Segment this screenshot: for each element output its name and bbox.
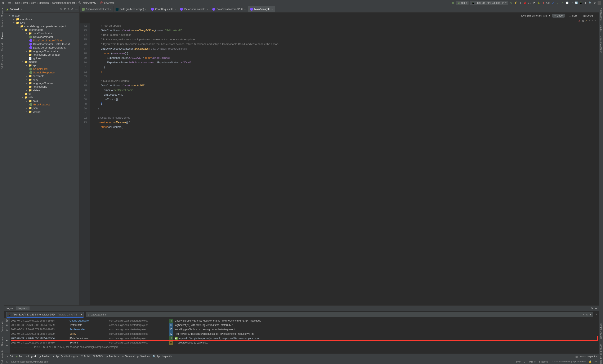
gear-icon[interactable]: ⚙ bbox=[591, 307, 593, 310]
expand-icon[interactable]: ⇵ bbox=[64, 8, 66, 11]
tree-datacoord[interactable]: dataCoordinator bbox=[33, 32, 52, 35]
tab-run[interactable]: ▶Run bbox=[16, 355, 23, 358]
rail-project[interactable]: Project bbox=[1, 32, 3, 39]
rail-notifications[interactable]: Notifications bbox=[600, 8, 602, 21]
attach-icon[interactable]: 🐛 bbox=[537, 1, 540, 5]
tree-coordinators[interactable]: coordinators bbox=[28, 28, 44, 31]
rollback-icon[interactable]: ↩ bbox=[570, 1, 573, 5]
breadcrumb[interactable]: src bbox=[8, 1, 11, 4]
line-separator[interactable]: LF bbox=[523, 360, 526, 363]
design-mode-button[interactable]: ▦Design bbox=[581, 14, 596, 18]
tree-java[interactable]: java bbox=[20, 21, 25, 24]
tab-layout-inspector[interactable]: ▦Layout Inspector bbox=[575, 355, 597, 358]
add-tab-icon[interactable]: + bbox=[31, 307, 33, 310]
bug-icon[interactable]: 🐞 bbox=[523, 1, 527, 5]
avd-icon[interactable]: 📱 bbox=[579, 1, 582, 5]
tree-api[interactable]: api bbox=[33, 64, 36, 67]
tab-build[interactable]: ⚒Build bbox=[81, 355, 90, 358]
restart-icon[interactable]: ↻ bbox=[6, 329, 8, 332]
tree-states[interactable]: states bbox=[33, 89, 40, 92]
tab-menu-icon[interactable]: ⋮ bbox=[593, 6, 599, 12]
close-icon[interactable]: × bbox=[145, 8, 147, 11]
tree-models[interactable]: models bbox=[28, 60, 37, 63]
editor-tab[interactable]: build.gradle.kts (:app)× bbox=[114, 6, 149, 12]
tab-aqi[interactable]: ✦App Quality Insights bbox=[53, 355, 78, 358]
rail-device-file-explorer[interactable]: Device File Explorer bbox=[600, 343, 602, 364]
rail-structure[interactable]: Structure bbox=[1, 336, 3, 346]
profile-icon[interactable]: ◔ bbox=[533, 1, 536, 5]
tab-app-inspection[interactable]: 🔍App Inspection bbox=[153, 355, 173, 358]
tree-pkg[interactable]: com.delasign.samplestarterproject bbox=[24, 25, 66, 28]
tree-gitkeep[interactable]: .gitkeep bbox=[33, 57, 42, 60]
memory-icon[interactable]: ▭ bbox=[595, 360, 597, 363]
rail-pull-requests[interactable]: Pull Requests bbox=[1, 55, 3, 69]
rail-gradle[interactable]: Gradle bbox=[600, 25, 602, 32]
code-editor[interactable]: 7273747576777879808182838485868788899091… bbox=[80, 23, 599, 305]
close-icon[interactable]: × bbox=[271, 8, 273, 11]
git-pull-icon[interactable]: ↙ bbox=[552, 1, 555, 5]
clear-icon[interactable]: × bbox=[583, 313, 584, 316]
search-icon[interactable]: 🔍 bbox=[588, 1, 592, 5]
rail-bookmarks[interactable]: Bookmarks bbox=[1, 321, 3, 332]
chevron-down-icon[interactable]: ˅ bbox=[595, 20, 596, 22]
history-icon[interactable]: ▾ bbox=[590, 313, 591, 316]
tab-profiler[interactable]: ◔Profiler bbox=[39, 355, 50, 358]
breadcrumb[interactable]: delasign bbox=[39, 1, 49, 4]
tree-ui[interactable]: ui bbox=[28, 92, 31, 95]
dropdown-icon[interactable]: ▾ bbox=[21, 8, 22, 11]
editor-tab[interactable]: MainActivity.kt× bbox=[248, 6, 275, 12]
code-mode-button[interactable]: ≡Code bbox=[552, 14, 565, 18]
indent-setting[interactable]: 4 spaces bbox=[538, 360, 548, 363]
tree-notifcoord[interactable]: notificationCoordinator bbox=[33, 53, 60, 56]
close-icon[interactable]: × bbox=[26, 307, 27, 310]
editor-tab[interactable]: AndroidManifest.xml× bbox=[80, 6, 114, 12]
log-line[interactable]: 2023-07-03 12:26:02.650 28564-28564[Data… bbox=[11, 336, 598, 341]
log-line[interactable]: 2023-07-03 12:25:57.920 28564-28584OpenG… bbox=[11, 319, 598, 323]
live-edit-toggle[interactable]: Live Edit of literals: ON bbox=[521, 14, 547, 17]
clear-icon[interactable]: 🗑 bbox=[6, 319, 8, 322]
warning-count-icon[interactable]: ✓ bbox=[585, 20, 587, 22]
gear-icon[interactable]: ⚙ bbox=[71, 8, 73, 11]
log-line[interactable]: 2023-07-03 12:26:02.071 28564-28633Profi… bbox=[11, 327, 598, 332]
logcat-filter-input[interactable]: ⌕ package:mine × ☆ ▾ bbox=[86, 312, 593, 317]
tree-constants[interactable]: constants bbox=[33, 75, 44, 77]
close-icon[interactable]: × bbox=[244, 8, 246, 11]
logcat-tab[interactable]: Logcat × bbox=[16, 307, 30, 310]
rail-resource-manager[interactable]: Resource Manager bbox=[1, 8, 3, 28]
tree-manifests[interactable]: manifests bbox=[20, 18, 32, 21]
pause-icon[interactable]: ⏸ bbox=[6, 324, 8, 327]
star-icon[interactable]: ☆ bbox=[586, 313, 588, 316]
tree-dcup[interactable]: DataCoordinator+Update.kt bbox=[33, 46, 66, 49]
breadcrumb[interactable]: onCreate bbox=[104, 1, 115, 4]
file-encoding[interactable]: UTF-8 bbox=[529, 360, 536, 363]
sync-icon[interactable]: 🔄 bbox=[575, 1, 578, 5]
tree-system[interactable]: system bbox=[33, 110, 41, 113]
tree-json[interactable]: json bbox=[33, 107, 38, 110]
collapse-icon[interactable]: ⇅ bbox=[67, 8, 70, 11]
git-branch[interactable]: ⎇ tutorial/data/setup-api-requests bbox=[551, 360, 586, 363]
device-selector[interactable]: 📱Pixel_3a_API_33_x86_64▾ bbox=[470, 1, 508, 5]
tree-sampleresp[interactable]: SampleResponse bbox=[33, 71, 55, 74]
tab-problems[interactable]: ⊘Problems bbox=[106, 355, 119, 358]
run-icon[interactable]: ↻ bbox=[510, 1, 513, 5]
tree-dcapi[interactable]: DataCoordinator+API.kt bbox=[33, 39, 62, 42]
apply-changes-icon[interactable]: ⚡ bbox=[514, 1, 517, 5]
help-icon[interactable]: ? bbox=[595, 313, 597, 316]
warning-count[interactable]: 1 bbox=[589, 20, 591, 22]
git-commit-icon[interactable]: ✓ bbox=[556, 1, 559, 5]
error-count[interactable]: 3 bbox=[582, 20, 584, 22]
hammer-icon[interactable]: ⚒ bbox=[451, 1, 454, 5]
tree-langcontent[interactable]: languageContent bbox=[33, 82, 53, 85]
close-icon[interactable]: × bbox=[207, 8, 208, 11]
editor-tab[interactable]: DataCoordinator+API.kt× bbox=[210, 6, 248, 12]
log-line[interactable]: 2023-07-03 12:26:02.641 28564-28599Volle… bbox=[11, 332, 598, 336]
rail-emulator[interactable]: Running Devices bbox=[600, 322, 602, 339]
close-icon[interactable]: × bbox=[110, 8, 111, 11]
tree-app[interactable]: app bbox=[15, 14, 20, 17]
log-line[interactable]: --------------------------- PROCESS ENDE… bbox=[11, 345, 598, 349]
log-line[interactable]: 2023-07-03 12:26:00.003 28564-28599Traff… bbox=[11, 323, 598, 327]
rail-build-variants[interactable]: Build Variants bbox=[1, 350, 3, 364]
tab-terminal[interactable]: ⧉Terminal bbox=[122, 355, 134, 358]
split-mode-button[interactable]: ◫Split bbox=[567, 14, 579, 18]
sdk-icon[interactable]: ⬇ bbox=[584, 1, 587, 5]
